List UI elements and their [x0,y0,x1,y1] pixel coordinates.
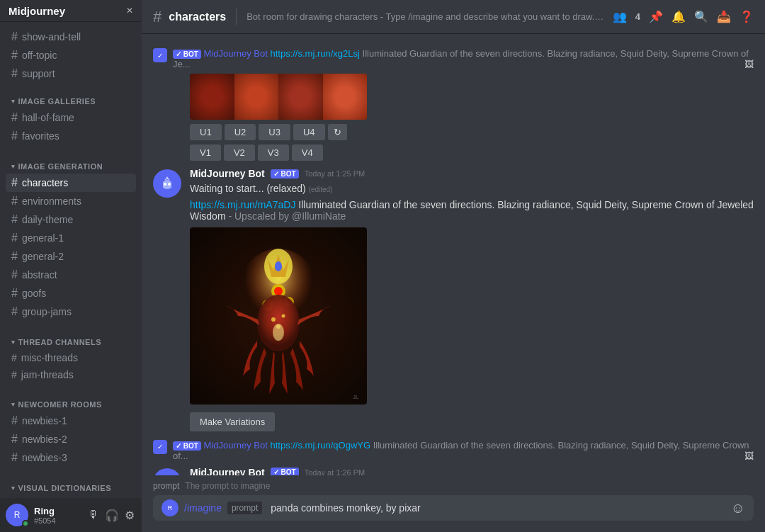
hash-icon: # [11,130,18,142]
message-group-2: MidJourney Bot ✓ BOT Today at 1:26 PM Wa… [142,464,765,475]
image-link-2[interactable]: https://s.mj.run/qOgwYG [270,440,370,451]
inbox-icon[interactable]: 📥 [717,10,731,23]
section-label: IMAGE GENERATION [18,162,103,171]
hash-icon: # [11,176,18,189]
prompt-input-label: prompt [227,502,262,514]
image-quarter-1 [190,74,234,120]
bot-link[interactable]: MidJourney Bot [204,48,271,59]
message-content: Waiting to start... (relaxed) (edited) [190,182,754,196]
sidebar-item-characters[interactable]: # characters [6,174,136,192]
message-group-upscaled: MidJourney Bot ✓ BOT Today at 1:25 PM Wa… [142,165,765,434]
waiting-text: Waiting to start... (relaxed) [190,183,306,194]
bot-badge: ✓ BOT [173,50,201,59]
image-preview-icon[interactable]: 🖼 [744,59,754,69]
sidebar-item-group-jams[interactable]: # group-jams [6,302,136,321]
prompt-label-row: prompt The prompt to imagine [153,481,754,491]
bot-badge-2: ✓ BOT [173,441,201,451]
mute-button[interactable]: 🎙 [86,507,101,523]
image-galleries-section: ▾ IMAGE GALLERIES # hall-of-fame # favor… [0,83,142,148]
image-generation-collapse[interactable]: ▾ IMAGE GENERATION [6,159,136,174]
generated-image-container: JL [190,227,754,407]
v3-button[interactable]: V3 [258,145,289,161]
bell-icon[interactable]: 🔔 [672,10,686,23]
sidebar-item-show-and-tell[interactable]: # show-and-tell [6,28,136,46]
u3-button[interactable]: U3 [259,124,290,140]
sidebar-item-goofs[interactable]: # goofs [6,284,136,302]
upscale-buttons-row: U1 U2 U3 U4 ↻ [190,124,754,140]
avatar: R [6,504,28,526]
settings-button[interactable]: ⚙ [123,507,136,523]
emoji-button[interactable]: ☺ [731,500,745,516]
sidebar-item-newbies-2[interactable]: # newbies-2 [6,430,136,448]
channel-label: general-1 [22,232,64,244]
hash-icon: # [11,111,18,124]
bot-system-content: ✓ BOT MidJourney Bot https://s.mj.run/xg… [173,48,754,69]
sidebar-item-environments[interactable]: # environments [6,192,136,210]
sidebar-item-support[interactable]: # support [6,64,136,83]
image-galleries-collapse[interactable]: ▾ IMAGE GALLERIES [6,94,136,108]
pin-icon[interactable]: 📌 [649,10,663,23]
prompt-input[interactable] [268,495,722,521]
visual-dicts-collapse[interactable]: ▾ VISUAL DICTIONARIES [6,481,136,495]
hash-icon: # [11,213,18,226]
image-preview-icon-2[interactable]: 🖼 [744,451,754,461]
section-label: VISUAL DICTIONARIES [18,484,112,492]
online-status-indicator [22,520,29,527]
collapse-arrow-icon: ▾ [11,485,16,492]
sidebar-item-jam-threads[interactable]: # jam-threads [6,366,136,383]
channel-label: characters [22,177,68,188]
make-variations-button[interactable]: Make Variations [190,412,275,431]
sidebar-item-newbies-3[interactable]: # newbies-3 [6,448,136,467]
u2-button[interactable]: U2 [225,124,256,140]
newcomer-rooms-collapse[interactable]: ▾ NEWCOMER ROOMS [6,397,136,412]
thread-channels-collapse[interactable]: ▾ THREAD CHANNELS [6,335,136,349]
sidebar-item-general-1[interactable]: # general-1 [6,229,136,247]
image-quarter-3 [278,74,323,120]
v2-button[interactable]: V2 [224,145,255,161]
svg-text:JL: JL [353,394,359,400]
slash-command: /imagine [184,495,222,521]
v1-button[interactable]: V1 [190,145,221,161]
v4-button[interactable]: V4 [292,145,323,161]
channel-label: abstract [22,269,57,281]
hash-icon: # [11,433,18,446]
channel-label: show-and-tell [22,31,81,43]
section-label: NEWCOMER ROOMS [18,400,102,409]
u1-button[interactable]: U1 [190,124,222,140]
sidebar-item-misc-threads[interactable]: # misc-threads [6,349,136,366]
sidebar-item-general-2[interactable]: # general-2 [6,247,136,266]
channel-description: Bot room for drawing characters - Type /… [246,11,606,22]
server-header[interactable]: Midjourney ✕ [0,0,142,22]
newcomer-rooms-section: ▾ NEWCOMER ROOMS # newbies-1 # newbies-2… [0,386,142,470]
search-icon[interactable]: 🔍 [694,10,708,23]
bot-icon: ✓ [153,48,167,62]
bot-icon-2: ✓ [153,440,167,454]
sidebar-item-daily-theme[interactable]: # daily-theme [6,210,136,229]
sidebar-item-newbies-1[interactable]: # newbies-1 [6,412,136,430]
refresh-button[interactable]: ↻ [328,124,347,140]
channel-label: daily-theme [22,214,73,225]
sidebar-item-favorites[interactable]: # favorites [6,127,136,145]
image-link[interactable]: https://s.mj.run/xg2Lsj [270,48,359,59]
upscaled-by: - Upscaled by @IllumiNate [228,210,346,222]
bot-link-2[interactable]: MidJourney Bot [204,440,271,451]
u4-button[interactable]: U4 [293,124,325,140]
sidebar-item-off-topic[interactable]: # off-topic [6,46,136,64]
sidebar-item-hall-of-fame[interactable]: # hall-of-fame [6,108,136,127]
sidebar-item-abstract[interactable]: # abstract [6,266,136,284]
image-url-link[interactable]: https://s.mj.run/mA7aDJ [190,199,295,210]
deafen-button[interactable]: 🎧 [103,507,120,523]
top-image-container: U1 U2 U3 U4 ↻ V1 V2 V3 V4 [142,72,765,165]
channel-label: off-topic [22,50,57,61]
svg-point-12 [274,287,283,295]
prompt-placeholder-text: The prompt to imagine [185,481,270,491]
hash-icon: # [11,232,18,244]
help-icon[interactable]: ❓ [740,10,754,23]
channel-label: environments [22,196,81,207]
message-header: MidJourney Bot ✓ BOT Today at 1:25 PM [190,168,754,179]
message-author: MidJourney Bot [190,168,265,179]
message-body-2: MidJourney Bot ✓ BOT Today at 1:26 PM Wa… [190,467,754,475]
user-bar: R Ring #5054 🎙 🎧 ⚙ [0,498,142,532]
hash-icon: # [11,451,18,464]
members-icon[interactable]: 👥 [613,10,627,23]
